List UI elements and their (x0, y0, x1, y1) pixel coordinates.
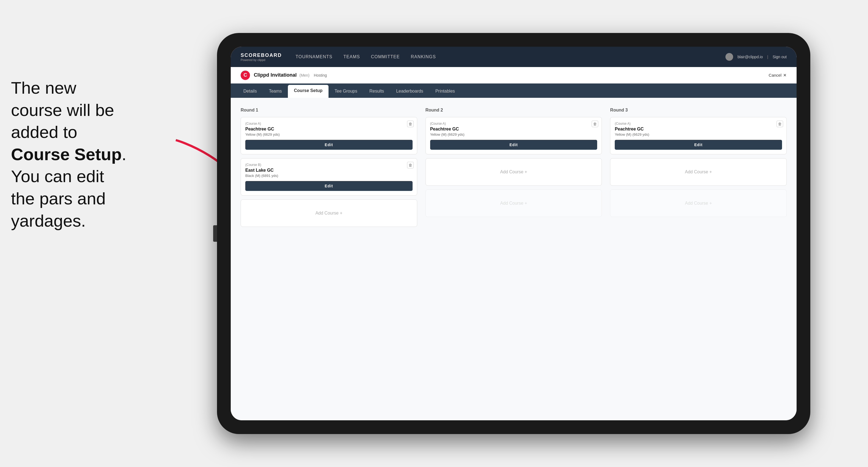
round3-course-a-delete-button[interactable]: 🗑 (777, 121, 783, 127)
round3-add-course-button[interactable]: Add Course + (610, 158, 787, 186)
round-2-label: Round 2 (426, 108, 602, 113)
round1-course-b-card: (Course B) East Lake GC Black (M) (6891 … (241, 158, 417, 195)
nav-tournaments[interactable]: TOURNAMENTS (296, 54, 332, 59)
round3-add-course-disabled: Add Course + (610, 190, 787, 217)
tab-tee-groups[interactable]: Tee Groups (329, 86, 363, 98)
trash-icon: 🗑 (408, 122, 412, 126)
brand-sub: Powered by clippd (241, 58, 282, 62)
round1-course-b-edit-button[interactable]: Edit (245, 181, 412, 191)
round-2-column: Round 2 (Course A) Peachtree GC Yellow (… (426, 108, 602, 231)
round1-add-course-button[interactable]: Add Course + (241, 199, 417, 227)
tablet-device: SCOREBOARD Powered by clippd TOURNAMENTS… (217, 33, 810, 434)
nav-committee[interactable]: COMMITTEE (371, 54, 400, 59)
tournament-logo: C (241, 71, 250, 80)
tournament-bar: C Clippd Invitational (Men) Hosting Canc… (231, 67, 797, 84)
round2-course-a-card: (Course A) Peachtree GC Yellow (M) (6629… (426, 117, 602, 154)
round2-course-a-edit-button[interactable]: Edit (430, 140, 597, 150)
nav-right: blair@clippd.io | Sign out (725, 53, 787, 61)
tab-bar: Details Teams Course Setup Tee Groups Re… (231, 84, 797, 98)
main-content: Round 1 (Course A) Peachtree GC Yellow (… (231, 98, 797, 420)
close-icon: ✕ (783, 73, 787, 78)
course-a-badge: (Course A) (245, 122, 412, 126)
course-a-tee: Yellow (M) (6629 yds) (245, 132, 412, 136)
round3-course-a-badge: (Course A) (615, 122, 782, 126)
course-b-badge: (Course B) (245, 163, 412, 167)
round-1-column: Round 1 (Course A) Peachtree GC Yellow (… (241, 108, 417, 231)
round3-course-a-card: (Course A) Peachtree GC Yellow (M) (6629… (610, 117, 787, 154)
user-email: blair@clippd.io (738, 55, 763, 59)
round2-add-course-button[interactable]: Add Course + (426, 158, 602, 186)
nav-rankings[interactable]: RANKINGS (411, 54, 436, 59)
nav-links: TOURNAMENTS TEAMS COMMITTEE RANKINGS (296, 54, 725, 59)
tournament-gender: (Men) (300, 73, 310, 77)
nav-teams[interactable]: TEAMS (343, 54, 360, 59)
rounds-grid: Round 1 (Course A) Peachtree GC Yellow (… (241, 108, 787, 231)
round-3-column: Round 3 (Course A) Peachtree GC Yellow (… (610, 108, 787, 231)
course-b-tee: Black (M) (6891 yds) (245, 174, 412, 178)
cancel-button[interactable]: Cancel ✕ (769, 73, 787, 78)
tab-results[interactable]: Results (363, 86, 390, 98)
trash-icon: 🗑 (593, 122, 597, 126)
tab-teams[interactable]: Teams (263, 86, 288, 98)
left-annotation: The new course will be added to Course S… (11, 77, 170, 232)
brand-title: SCOREBOARD (241, 53, 282, 58)
course-b-name: East Lake GC (245, 168, 412, 173)
trash-icon: 🗑 (408, 163, 412, 167)
round3-course-a-name: Peachtree GC (615, 127, 782, 132)
tournament-status: Hosting (314, 73, 327, 77)
round3-course-a-tee: Yellow (M) (6629 yds) (615, 132, 782, 136)
round-1-label: Round 1 (241, 108, 417, 113)
tournament-name: Clippd Invitational (254, 72, 297, 78)
tablet-screen: SCOREBOARD Powered by clippd TOURNAMENTS… (231, 47, 797, 420)
tab-course-setup[interactable]: Course Setup (288, 85, 329, 98)
tab-details[interactable]: Details (237, 86, 263, 98)
round1-course-a-card: (Course A) Peachtree GC Yellow (M) (6629… (241, 117, 417, 154)
round3-course-a-edit-button[interactable]: Edit (615, 140, 782, 150)
round1-course-a-edit-button[interactable]: Edit (245, 140, 412, 150)
trash-icon: 🗑 (778, 122, 782, 126)
round2-course-a-badge: (Course A) (430, 122, 597, 126)
user-avatar (725, 53, 733, 61)
round2-course-a-tee: Yellow (M) (6629 yds) (430, 132, 597, 136)
round2-add-course-disabled: Add Course + (426, 190, 602, 217)
sign-out-link[interactable]: Sign out (773, 55, 787, 59)
course-a-name: Peachtree GC (245, 127, 412, 132)
brand: SCOREBOARD Powered by clippd (241, 53, 282, 62)
round1-course-b-delete-button[interactable]: 🗑 (407, 162, 414, 168)
round-3-label: Round 3 (610, 108, 787, 113)
round2-course-a-name: Peachtree GC (430, 127, 597, 132)
tab-printables[interactable]: Printables (429, 86, 461, 98)
round2-course-a-delete-button[interactable]: 🗑 (592, 121, 598, 127)
top-nav: SCOREBOARD Powered by clippd TOURNAMENTS… (231, 47, 797, 67)
tab-leaderboards[interactable]: Leaderboards (390, 86, 429, 98)
round1-course-a-delete-button[interactable]: 🗑 (407, 121, 414, 127)
